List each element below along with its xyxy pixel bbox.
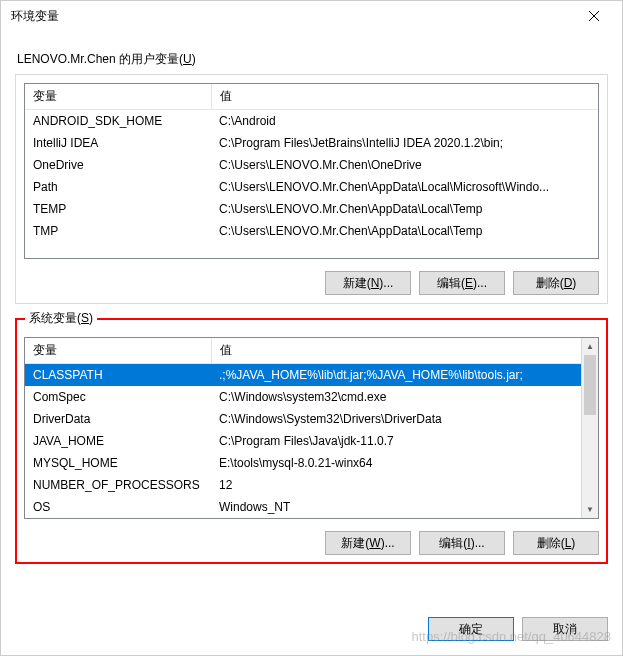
ok-button[interactable]: 确定 — [428, 617, 514, 641]
var-value-cell: .;%JAVA_HOME%\lib\dt.jar;%JAVA_HOME%\lib… — [211, 364, 598, 386]
scroll-down-icon[interactable]: ▼ — [582, 501, 598, 518]
table-row[interactable]: OSWindows_NT — [25, 496, 598, 518]
var-value-cell: E:\tools\mysql-8.0.21-winx64 — [211, 452, 598, 474]
table-row[interactable]: TEMPC:\Users\LENOVO.Mr.Chen\AppData\Loca… — [25, 198, 598, 220]
var-value-cell: C:\Windows\System32\Drivers\DriverData — [211, 408, 598, 430]
sys-new-button[interactable]: 新建(W)... — [325, 531, 411, 555]
table-row[interactable]: CLASSPATH.;%JAVA_HOME%\lib\dt.jar;%JAVA_… — [25, 364, 598, 386]
close-icon — [589, 11, 599, 21]
var-name-cell: MYSQL_HOME — [25, 452, 211, 474]
var-name-cell: DriverData — [25, 408, 211, 430]
var-value-cell: C:\Program Files\Java\jdk-11.0.7 — [211, 430, 598, 452]
var-name-cell: NUMBER_OF_PROCESSORS — [25, 474, 211, 496]
table-row[interactable]: MYSQL_HOMEE:\tools\mysql-8.0.21-winx64 — [25, 452, 598, 474]
var-value-cell: C:\Android — [211, 110, 598, 132]
table-row[interactable]: DriverDataC:\Windows\System32\Drivers\Dr… — [25, 408, 598, 430]
sys-delete-button[interactable]: 删除(L) — [513, 531, 599, 555]
var-name-cell: Path — [25, 176, 211, 198]
user-vars-group: 变量 值 ANDROID_SDK_HOMEC:\AndroidIntelliJ … — [15, 74, 608, 304]
table-row[interactable]: IntelliJ IDEAC:\Program Files\JetBrains\… — [25, 132, 598, 154]
system-vars-buttons: 新建(W)... 编辑(I)... 删除(L) — [24, 531, 599, 555]
table-row[interactable]: OneDriveC:\Users\LENOVO.Mr.Chen\OneDrive — [25, 154, 598, 176]
user-delete-button[interactable]: 删除(D) — [513, 271, 599, 295]
var-value-cell: C:\Users\LENOVO.Mr.Chen\OneDrive — [211, 154, 598, 176]
var-name-cell: OS — [25, 496, 211, 518]
environment-variables-dialog: 环境变量 LENOVO.Mr.Chen 的用户变量(U) 变量 值 ANDROI — [0, 0, 623, 656]
var-value-cell: Windows_NT — [211, 496, 598, 518]
table-row[interactable]: TMPC:\Users\LENOVO.Mr.Chen\AppData\Local… — [25, 220, 598, 242]
user-vars-label: LENOVO.Mr.Chen 的用户变量(U) — [17, 51, 608, 68]
user-col-value[interactable]: 值 — [211, 84, 598, 110]
user-vars-table-wrap: 变量 值 ANDROID_SDK_HOMEC:\AndroidIntelliJ … — [24, 83, 599, 259]
titlebar: 环境变量 — [1, 1, 622, 31]
var-name-cell: JAVA_HOME — [25, 430, 211, 452]
user-vars-buttons: 新建(N)... 编辑(E)... 删除(D) — [24, 271, 599, 295]
system-vars-group: 系统变量(S) 变量 值 CLASSPATH.;%JAVA_HOME%\lib\… — [15, 318, 608, 564]
var-name-cell: ANDROID_SDK_HOME — [25, 110, 211, 132]
scroll-up-icon[interactable]: ▲ — [582, 338, 598, 355]
dialog-content: LENOVO.Mr.Chen 的用户变量(U) 变量 值 ANDROID_SDK… — [1, 31, 622, 603]
user-edit-button[interactable]: 编辑(E)... — [419, 271, 505, 295]
table-row[interactable]: JAVA_HOMEC:\Program Files\Java\jdk-11.0.… — [25, 430, 598, 452]
close-button[interactable] — [574, 3, 614, 29]
var-name-cell: ComSpec — [25, 386, 211, 408]
var-value-cell: C:\Users\LENOVO.Mr.Chen\AppData\Local\Te… — [211, 198, 598, 220]
table-row[interactable]: NUMBER_OF_PROCESSORS12 — [25, 474, 598, 496]
sys-scrollbar[interactable]: ▲ ▼ — [581, 338, 598, 518]
dialog-title: 环境变量 — [11, 8, 59, 25]
var-value-cell: C:\Users\LENOVO.Mr.Chen\AppData\Local\Mi… — [211, 176, 598, 198]
table-row[interactable]: PathC:\Users\LENOVO.Mr.Chen\AppData\Loca… — [25, 176, 598, 198]
cancel-button[interactable]: 取消 — [522, 617, 608, 641]
user-new-button[interactable]: 新建(N)... — [325, 271, 411, 295]
user-col-name[interactable]: 变量 — [25, 84, 211, 110]
var-name-cell: CLASSPATH — [25, 364, 211, 386]
sys-edit-button[interactable]: 编辑(I)... — [419, 531, 505, 555]
system-vars-table[interactable]: 变量 值 CLASSPATH.;%JAVA_HOME%\lib\dt.jar;%… — [25, 338, 598, 518]
var-value-cell: C:\Users\LENOVO.Mr.Chen\AppData\Local\Te… — [211, 220, 598, 242]
var-name-cell: OneDrive — [25, 154, 211, 176]
dialog-footer: 确定 取消 — [1, 603, 622, 655]
table-row[interactable]: ComSpecC:\Windows\system32\cmd.exe — [25, 386, 598, 408]
user-vars-table[interactable]: 变量 值 ANDROID_SDK_HOMEC:\AndroidIntelliJ … — [25, 84, 598, 242]
sys-col-name[interactable]: 变量 — [25, 338, 211, 364]
sys-col-value[interactable]: 值 — [211, 338, 598, 364]
var-name-cell: TEMP — [25, 198, 211, 220]
var-name-cell: IntelliJ IDEA — [25, 132, 211, 154]
system-vars-table-wrap: 变量 值 CLASSPATH.;%JAVA_HOME%\lib\dt.jar;%… — [24, 337, 599, 519]
system-vars-label: 系统变量(S) — [25, 310, 97, 327]
var-name-cell: TMP — [25, 220, 211, 242]
table-row[interactable]: ANDROID_SDK_HOMEC:\Android — [25, 110, 598, 132]
var-value-cell: C:\Program Files\JetBrains\IntelliJ IDEA… — [211, 132, 598, 154]
scroll-thumb[interactable] — [584, 355, 596, 415]
var-value-cell: 12 — [211, 474, 598, 496]
var-value-cell: C:\Windows\system32\cmd.exe — [211, 386, 598, 408]
